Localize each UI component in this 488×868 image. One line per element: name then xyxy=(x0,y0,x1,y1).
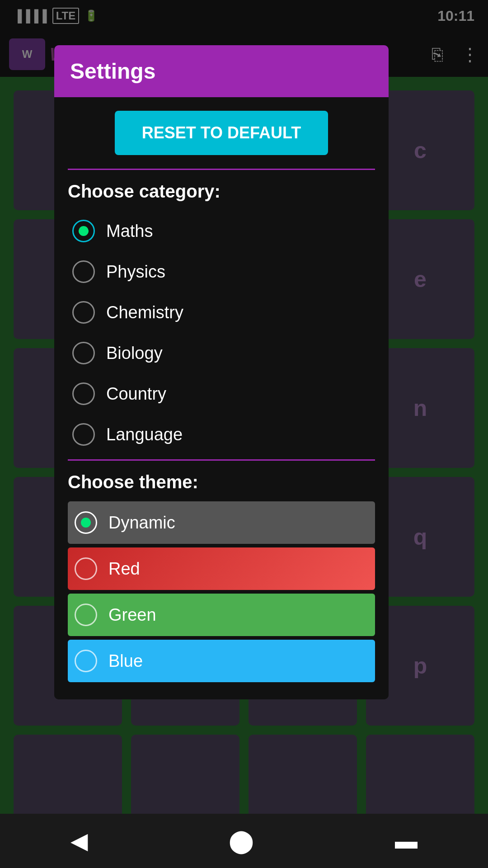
settings-dialog: Settings RESET TO DEFAULT Choose categor… xyxy=(54,45,389,699)
theme-label-dynamic: Dynamic xyxy=(108,513,175,533)
radio-item-chemistry[interactable]: Chemistry xyxy=(68,292,375,333)
divider-top xyxy=(68,169,375,170)
radio-label-chemistry: Chemistry xyxy=(106,303,183,322)
theme-label-blue: Blue xyxy=(108,651,143,671)
theme-item-dynamic[interactable]: Dynamic xyxy=(68,501,375,544)
theme-section: Choose theme: Dynamic Red Green xyxy=(68,472,375,682)
theme-radio-circle-red xyxy=(75,557,97,580)
dialog-title: Settings xyxy=(70,59,155,83)
nav-back-button[interactable]: ◀ xyxy=(43,819,115,863)
reset-to-default-button[interactable]: RESET TO DEFAULT xyxy=(115,111,328,155)
radio-item-country[interactable]: Country xyxy=(68,373,375,414)
theme-item-blue[interactable]: Blue xyxy=(68,640,375,682)
radio-item-physics[interactable]: Physics xyxy=(68,251,375,292)
category-section-label: Choose category: xyxy=(68,181,375,202)
nav-home-button[interactable]: ⬤ xyxy=(202,819,281,863)
nav-recent-button[interactable]: ▬ xyxy=(368,819,445,863)
radio-circle-chemistry xyxy=(72,301,95,324)
radio-label-physics: Physics xyxy=(106,262,165,282)
radio-circle-maths xyxy=(72,220,95,242)
radio-circle-biology xyxy=(72,342,95,364)
dialog-content: RESET TO DEFAULT Choose category: Maths … xyxy=(54,97,389,699)
radio-label-maths: Maths xyxy=(106,222,153,241)
dialog-title-bar: Settings xyxy=(54,45,389,97)
theme-item-red[interactable]: Red xyxy=(68,547,375,590)
radio-circle-physics xyxy=(72,260,95,283)
theme-section-label: Choose theme: xyxy=(68,472,375,492)
radio-dot-maths xyxy=(79,226,89,236)
radio-label-biology: Biology xyxy=(106,344,163,363)
theme-divider xyxy=(68,459,375,461)
radio-item-language[interactable]: Language xyxy=(68,414,375,455)
radio-item-biology[interactable]: Biology xyxy=(68,333,375,373)
theme-radio-dot-dynamic xyxy=(81,518,91,528)
radio-circle-language xyxy=(72,423,95,446)
theme-label-green: Green xyxy=(108,605,156,625)
nav-bar: ◀ ⬤ ▬ xyxy=(0,814,488,868)
theme-label-red: Red xyxy=(108,559,140,579)
radio-label-country: Country xyxy=(106,384,166,404)
theme-radio-circle-dynamic xyxy=(75,511,97,534)
radio-label-language: Language xyxy=(106,425,183,444)
radio-item-maths[interactable]: Maths xyxy=(68,211,375,251)
theme-item-green[interactable]: Green xyxy=(68,594,375,636)
category-section: Choose category: Maths Physics Chemistry xyxy=(68,181,375,455)
radio-circle-country xyxy=(72,382,95,405)
theme-radio-circle-green xyxy=(75,604,97,626)
theme-radio-circle-blue xyxy=(75,650,97,672)
